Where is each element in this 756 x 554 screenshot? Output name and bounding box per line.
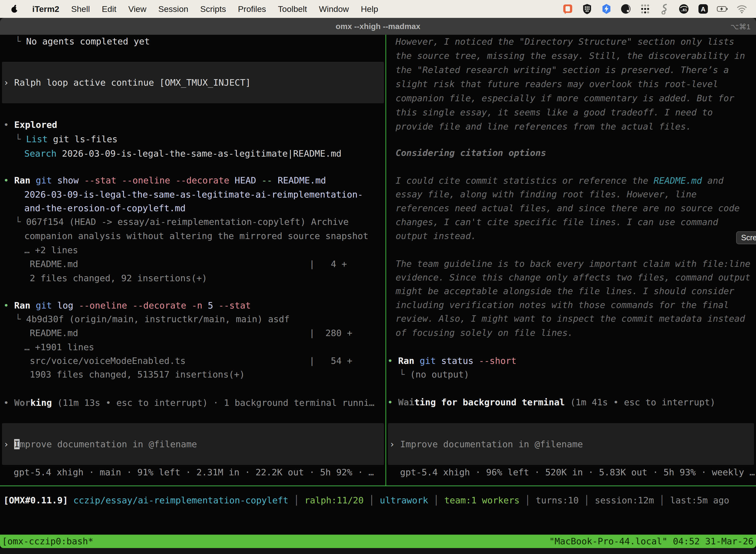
git-status-command: • Ran git status --short <box>387 354 516 368</box>
reasoning-text: evidence. Since this change only affects… <box>396 270 750 284</box>
battery-icon[interactable] <box>717 3 728 15</box>
menu-left: iTerm2 Shell Edit View Session Scripts P… <box>0 3 378 15</box>
git-status-output: └ (no output) <box>399 367 469 382</box>
git-show-output: └ 067f154 (HEAD -> essay/ai-reimplementa… <box>15 215 349 229</box>
menu-item-profiles[interactable]: Profiles <box>238 4 266 14</box>
reasoning-text: references need actual files, and since … <box>396 201 740 215</box>
reasoning-text-with-link: I could cite commit statistics or refere… <box>396 173 723 188</box>
text-cursor: I <box>14 439 19 449</box>
reasoning-text: review. Also, I might want to inspect th… <box>396 312 745 326</box>
git-show-command-wrap: 2026-03-09-is-legal-the-same-as-legitima… <box>24 187 363 202</box>
svg-text:A: A <box>701 5 706 13</box>
menu-item-toolbelt[interactable]: Toolbelt <box>278 4 307 14</box>
reasoning-text: slight risk that future readers may over… <box>396 77 718 91</box>
git-show-output-truncated: … +2 lines <box>24 243 78 257</box>
reasoning-text: output instead. <box>396 229 476 243</box>
apple-icon[interactable] <box>9 3 20 15</box>
tmux-session-window[interactable]: [omx-cczip0:bash* <box>2 535 93 548</box>
reasoning-text: changes, I can't cite specific file line… <box>396 215 718 229</box>
tmux-horizontal-pane-border[interactable] <box>0 486 756 486</box>
right-session-status: gpt-5.4 xhigh · 96% left · 520K in · 5.8… <box>400 465 755 479</box>
menu-item-shell[interactable]: Shell <box>71 4 90 14</box>
menu-item-iterm2[interactable]: iTerm2 <box>32 4 59 14</box>
git-show-command: • Ran git show --stat --oneline --decora… <box>3 173 326 187</box>
reasoning-text: The team guideline is to back every impo… <box>396 257 750 271</box>
menu-bar: iTerm2 Shell Edit View Session Scripts P… <box>0 0 756 18</box>
waiting-status-line: • Waiting for background terminal (1m 41… <box>387 395 715 409</box>
agents-note: └ No agents completed yet <box>15 34 150 48</box>
hexagon-bolt-icon[interactable] <box>601 3 612 15</box>
git-log-command: • Ran git log --oneline --decorate -n 5 … <box>3 298 251 313</box>
prompt-chevron-icon: › <box>3 439 14 449</box>
reasoning-text: of focusing solely on file lines. <box>396 326 573 340</box>
git-log-stat-row: src/voice/voiceModeEnabled.ts | 54 + <box>30 354 352 368</box>
badge-61-icon[interactable]: ..61 <box>678 3 690 15</box>
reasoning-text: might be acceptable alongside the file l… <box>396 284 734 298</box>
inject-prompt-text[interactable]: › Ralph loop active continue [OMX_TMUX_I… <box>3 75 251 90</box>
prompt-chevron-icon: › <box>389 439 400 449</box>
explored-header: • Explored <box>3 118 57 132</box>
reasoning-heading: Considering citation options <box>396 146 546 160</box>
menu-item-session[interactable]: Session <box>158 4 188 14</box>
explored-search-line: Search 2026-03-09-is-legal-the-same-as-l… <box>24 147 341 161</box>
left-session-status: gpt-5.4 xhigh · main · 91% left · 2.31M … <box>14 465 374 479</box>
menu-status-icons: ..61 A <box>562 3 756 15</box>
screen-recording-icon[interactable] <box>562 3 573 15</box>
reasoning-text: the source tree, missing the essay. Stil… <box>396 49 745 63</box>
tmux-status-bar: [omx-cczip0:bash* "MacBook-Pro-44.local"… <box>0 535 756 548</box>
left-prompt-placeholder: mprove documentation in @filename <box>19 439 197 449</box>
git-log-output-truncated: … +1901 lines <box>24 340 94 354</box>
menu-item-scripts[interactable]: Scripts <box>200 4 226 14</box>
git-show-summary: 2 files changed, 92 insertions(+) <box>30 271 207 285</box>
screen: iTerm2 Shell Edit View Session Scripts P… <box>0 0 756 554</box>
menu-item-edit[interactable]: Edit <box>102 4 117 14</box>
svg-text:..61: ..61 <box>681 8 687 12</box>
shield-grid-icon[interactable] <box>581 3 593 15</box>
right-prompt-line[interactable]: › Improve documentation in @filename <box>389 437 583 451</box>
git-log-summary: 1903 files changed, 513517 insertions(+) <box>30 367 245 382</box>
explored-list-line: └ List git ls-files <box>15 132 118 146</box>
reasoning-text: provide file and line references from th… <box>396 119 691 133</box>
pie-circle-icon[interactable] <box>620 3 631 15</box>
git-show-command-wrap: and-the-erosion-of-copyleft.md <box>24 201 186 215</box>
wifi-icon[interactable] <box>736 3 748 15</box>
reasoning-text: this single essay, it seems like a good … <box>396 105 713 119</box>
dots-grid-icon[interactable] <box>639 3 651 15</box>
menu-item-view[interactable]: View <box>128 4 146 14</box>
git-log-stat-row: README.md | 280 + <box>30 326 352 340</box>
window-shortcut-badge: ⌥⌘1 <box>731 22 751 31</box>
letter-a-icon[interactable]: A <box>697 3 709 15</box>
working-status-line: • Working (11m 13s • esc to interrupt) ·… <box>3 396 375 410</box>
git-show-stat-row: README.md | 4 + <box>30 257 347 271</box>
reasoning-text: companion file, especially if more comme… <box>396 91 734 105</box>
tmux-host-clock: "MacBook-Pro-44.local" 04:52 31-Mar-26 <box>549 535 754 548</box>
reasoning-text: including verification notes with those … <box>396 298 729 312</box>
hook-figure-icon[interactable] <box>659 3 670 15</box>
omx-status-line: [OMX#0.11.9] cczip/essay/ai-reimplementa… <box>3 493 729 507</box>
tmux-vertical-pane-border[interactable] <box>385 35 386 486</box>
reasoning-text: the "Related research writing" section i… <box>396 63 729 77</box>
git-show-output: companion analysis without altering the … <box>24 229 368 243</box>
menu-item-window[interactable]: Window <box>319 4 349 14</box>
left-prompt-line[interactable]: › Improve documentation in @filename <box>3 437 197 451</box>
screen-sharing-notification-label: Scre <box>741 233 756 242</box>
desktop-strip <box>0 548 756 554</box>
right-prompt-placeholder: Improve documentation in @filename <box>400 439 583 449</box>
menu-item-help[interactable]: Help <box>361 4 378 14</box>
reasoning-text: However, I noticed the "Directory Struct… <box>396 35 734 49</box>
git-log-output: └ 4b9d30f (origin/main, instructkr/main,… <box>15 312 290 326</box>
screen-sharing-notification[interactable]: Scre <box>736 231 756 244</box>
window-title: omx --xhigh --madmax <box>0 22 756 31</box>
reasoning-text: essay file, along with finding root file… <box>396 187 697 201</box>
